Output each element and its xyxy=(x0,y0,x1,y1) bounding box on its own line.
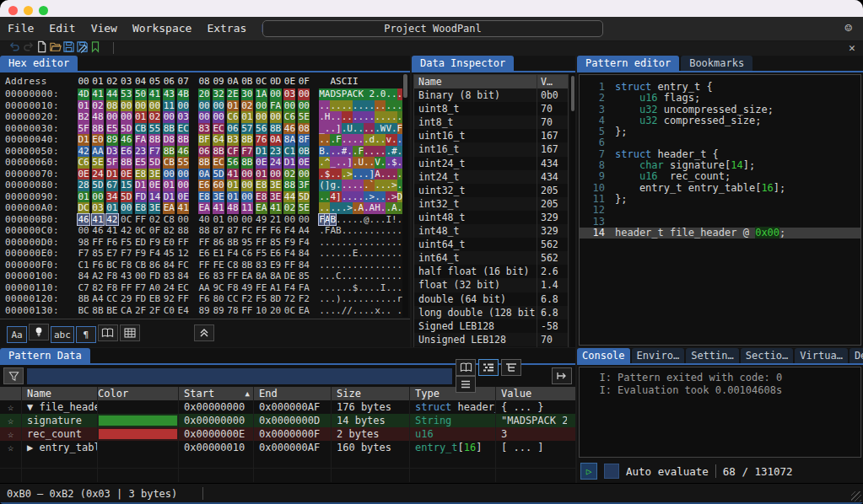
hex-byte[interactable]: 03 xyxy=(177,111,189,123)
hex-byte[interactable]: 15 xyxy=(121,180,132,191)
hex-byte[interactable]: FD xyxy=(148,271,160,282)
hex-ascii-char[interactable]: v xyxy=(386,134,391,146)
hex-byte[interactable]: F7 xyxy=(148,146,160,158)
inspector-row[interactable]: Unsigned LEB12870 xyxy=(414,333,568,346)
hex-ascii-char[interactable]: > xyxy=(347,202,353,214)
inspector-value[interactable]: 1.4 xyxy=(537,278,568,292)
hex-byte[interactable]: CB xyxy=(163,157,175,169)
hex-byte[interactable]: FF xyxy=(227,271,239,282)
hex-ascii-char[interactable]: . xyxy=(330,202,336,214)
hex-ascii-char[interactable]: . xyxy=(391,123,397,135)
hex-byte[interactable]: 8B xyxy=(92,305,104,317)
hex-byte[interactable]: 98 xyxy=(78,237,89,249)
inspector-row[interactable]: int16_t167 xyxy=(414,142,568,156)
hex-byte[interactable]: F7 xyxy=(78,248,89,260)
hex-ascii-char[interactable]: . xyxy=(330,282,336,294)
hex-byte[interactable]: 02 xyxy=(92,100,104,112)
hex-ascii-char[interactable]: . xyxy=(369,157,375,169)
hex-byte[interactable]: FC xyxy=(241,225,253,237)
menu-edit[interactable]: Edit xyxy=(41,17,83,40)
hex-ascii-char[interactable]: A xyxy=(358,202,364,214)
hex-byte[interactable]: F5 xyxy=(256,248,267,260)
hex-ascii-char[interactable]: . xyxy=(369,293,375,305)
hex-ascii-char[interactable]: . xyxy=(342,134,348,146)
tab-debugg[interactable]: Debugg… xyxy=(850,348,863,363)
hex-byte[interactable]: 00 xyxy=(163,169,175,180)
hex-byte[interactable]: F2 xyxy=(298,293,310,305)
hex-byte[interactable]: D1 xyxy=(106,169,118,180)
hex-ascii-char[interactable]: d xyxy=(369,134,375,146)
tab-settin[interactable]: Settin… xyxy=(686,348,739,363)
hex-byte[interactable]: 45 xyxy=(163,248,175,260)
hex-byte[interactable]: EA xyxy=(198,202,210,214)
hex-ascii-char[interactable]: F xyxy=(336,134,342,146)
hex-byte[interactable]: 55 xyxy=(177,157,189,169)
hex-ascii-char[interactable] xyxy=(364,88,369,100)
hex-ascii-char[interactable]: A xyxy=(369,202,375,214)
hex-ascii-char[interactable]: . xyxy=(353,237,359,249)
hex-ascii-char[interactable]: . xyxy=(353,123,359,135)
hex-ascii-char[interactable]: A xyxy=(391,202,397,214)
hex-ascii-char[interactable]: . xyxy=(319,293,325,305)
hex-byte[interactable]: FE xyxy=(256,282,267,294)
hex-byte[interactable]: 5E xyxy=(298,111,310,123)
hex-byte[interactable]: F8 xyxy=(121,260,132,271)
hex-byte[interactable]: E0 xyxy=(163,237,175,249)
ascii-toggle-button[interactable]: abc xyxy=(51,326,74,343)
hex-ascii-char[interactable]: . xyxy=(358,100,364,112)
hex-byte[interactable]: 46 xyxy=(92,225,104,237)
hex-ascii-char[interactable]: . xyxy=(336,157,342,169)
hex-byte[interactable]: 92 xyxy=(163,293,175,305)
auto-evaluate-checkbox[interactable] xyxy=(604,464,619,479)
hex-byte[interactable]: 32 xyxy=(213,88,224,100)
hex-ascii-char[interactable]: . xyxy=(375,214,380,226)
inspector-row[interactable]: uint8_t70 xyxy=(414,102,568,115)
hex-byte[interactable]: E6 xyxy=(270,248,282,260)
hex-ascii-char[interactable]: . xyxy=(364,111,369,123)
hex-ascii-char[interactable]: A xyxy=(347,88,353,100)
hex-byte[interactable]: 56 xyxy=(256,123,267,135)
minimize-traffic-light[interactable] xyxy=(24,6,33,15)
hex-byte[interactable]: 8B xyxy=(241,157,253,169)
hex-byte[interactable]: F4 xyxy=(283,248,295,260)
hex-byte[interactable]: 8F xyxy=(298,134,310,146)
hex-byte[interactable]: 88 xyxy=(283,180,295,191)
hex-byte[interactable]: 84 xyxy=(177,271,189,282)
hex-byte[interactable]: 55 xyxy=(148,123,160,135)
pattern-code-editor[interactable]: 1struct entry_t {2 u16 flags;3 u32 uncom… xyxy=(579,74,861,346)
hex-ascii-char[interactable]: . xyxy=(391,225,397,237)
hex-ascii-char[interactable]: . xyxy=(342,180,348,191)
inspector-row[interactable]: uint24_t434 xyxy=(414,157,568,170)
inspector-row[interactable]: Signed LEB128-58 xyxy=(414,319,568,333)
hex-ascii-char[interactable]: . xyxy=(325,100,331,112)
inspector-value[interactable]: 0b0 xyxy=(537,88,568,102)
tab-bookmarks[interactable]: Bookmarks xyxy=(681,56,752,71)
hex-ascii-char[interactable]: . xyxy=(391,271,397,282)
hex-byte[interactable]: 0E xyxy=(298,157,310,169)
hex-byte[interactable]: FA xyxy=(270,100,282,112)
hex-ascii-char[interactable]: . xyxy=(336,169,342,180)
hex-ascii-char[interactable]: . xyxy=(325,191,331,203)
hex-ascii-char[interactable]: . xyxy=(380,169,386,180)
hex-byte[interactable]: 0C xyxy=(283,305,295,317)
hex-byte[interactable]: 83 xyxy=(213,271,224,282)
code-line[interactable]: 2 u16 flags; xyxy=(580,93,860,104)
hex-ascii-char[interactable]: B xyxy=(330,214,336,226)
hex-byte[interactable]: 00 xyxy=(256,111,267,123)
hex-byte[interactable]: 84 xyxy=(298,260,310,271)
hex-byte[interactable]: 4B xyxy=(177,88,189,100)
hex-byte[interactable]: BC xyxy=(106,260,118,271)
hex-ascii-char[interactable]: > xyxy=(391,191,397,203)
hex-ascii-char[interactable]: . xyxy=(319,100,325,112)
code-line[interactable]: 10 entry_t entry_table[16]; xyxy=(580,183,860,194)
code-line[interactable]: 5}; xyxy=(580,126,860,137)
hex-byte[interactable]: A2 xyxy=(92,271,104,282)
hex-byte[interactable]: D1 xyxy=(256,146,267,158)
hex-ascii-char[interactable]: . xyxy=(391,100,397,112)
hex-ascii-char[interactable]: . xyxy=(353,100,359,112)
hex-ascii-char[interactable]: . xyxy=(380,248,386,260)
hex-byte[interactable]: 84 xyxy=(163,260,175,271)
hex-ascii-char[interactable]: . xyxy=(336,282,342,294)
hex-byte[interactable]: D3 xyxy=(106,146,118,158)
hex-byte[interactable]: F4 xyxy=(148,248,160,260)
